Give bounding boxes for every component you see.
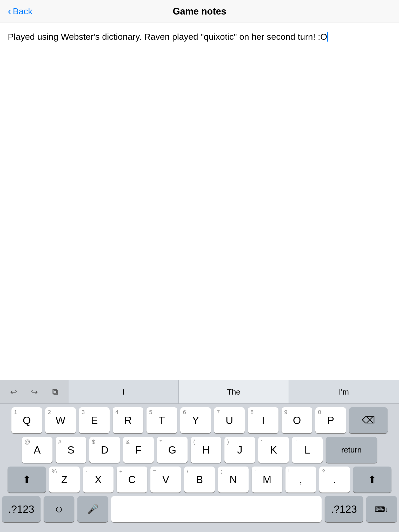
key-f-letter: F (135, 444, 142, 456)
num123-right-label: .?123 (331, 503, 357, 515)
undo-icon: ↩ (10, 387, 17, 397)
key-u-letter: U (226, 415, 233, 426)
key-b-letter: B (196, 474, 203, 486)
key-m-symbol: : (254, 469, 256, 474)
key-u[interactable]: 7 U (214, 407, 245, 433)
key-a-letter: A (34, 444, 41, 456)
shift-left-key[interactable]: ⬆ (8, 467, 46, 493)
key-n-symbol: ; (221, 469, 222, 474)
clipboard-button[interactable]: ⧉ (47, 385, 63, 399)
key-h-letter: H (202, 444, 210, 456)
key-k-letter: K (270, 444, 277, 456)
space-key[interactable] (111, 496, 322, 522)
shift-right-key[interactable]: ⬆ (353, 467, 391, 493)
mic-key[interactable]: 🎤 (77, 496, 108, 522)
keyboard-hide-key[interactable]: ⌨︎↓ (366, 496, 397, 522)
key-period-letter: . (333, 474, 336, 486)
text-cursor (327, 32, 328, 42)
key-j-symbol: ) (227, 439, 229, 445)
note-content-area[interactable]: Played using Webster's dictionary. Raven… (0, 23, 399, 380)
key-q-number: 1 (14, 409, 17, 415)
key-comma-letter: , (299, 474, 302, 486)
key-i[interactable]: 8 I (248, 407, 278, 433)
key-c[interactable]: + C (117, 467, 147, 493)
key-p-number: 0 (318, 409, 321, 415)
key-comma-symbol: ! (288, 469, 290, 474)
delete-icon: ⌫ (362, 415, 375, 426)
redo-icon: ↪ (31, 387, 38, 397)
key-i-number: 8 (250, 409, 254, 415)
suggestion-im[interactable]: I'm (289, 380, 399, 403)
key-s-symbol: # (58, 439, 61, 445)
note-text-content: Played using Webster's dictionary. Raven… (8, 32, 327, 42)
key-s[interactable]: # S (56, 437, 86, 463)
undo-button[interactable]: ↩ (5, 385, 22, 399)
suggestion-the-text: The (227, 388, 241, 396)
shift-right-icon: ⬆ (368, 474, 376, 485)
key-g[interactable]: * G (157, 437, 188, 463)
key-m[interactable]: : M (252, 467, 282, 493)
key-x-letter: X (95, 474, 102, 486)
key-o-number: 9 (284, 409, 287, 415)
key-v-letter: V (162, 474, 169, 486)
key-t-letter: T (159, 415, 165, 426)
delete-key[interactable]: ⌫ (349, 407, 388, 433)
key-y[interactable]: 6 Y (180, 407, 211, 433)
back-button[interactable]: ‹ Back (8, 5, 32, 17)
key-g-symbol: * (159, 439, 162, 445)
back-label: Back (13, 6, 32, 16)
key-j[interactable]: ) J (224, 437, 255, 463)
key-h[interactable]: ( H (191, 437, 221, 463)
key-c-symbol: + (119, 469, 123, 474)
key-w-number: 2 (48, 409, 51, 415)
key-w[interactable]: 2 W (45, 407, 76, 433)
mic-icon: 🎤 (87, 504, 99, 515)
redo-button[interactable]: ↪ (26, 385, 43, 399)
suggestion-the[interactable]: The (178, 380, 289, 403)
key-c-letter: C (128, 474, 136, 486)
note-text[interactable]: Played using Webster's dictionary. Raven… (8, 31, 391, 43)
key-v-symbol: = (153, 469, 156, 474)
key-r-letter: R (124, 415, 132, 426)
key-comma[interactable]: ! , (285, 467, 316, 493)
key-b[interactable]: / B (184, 467, 215, 493)
key-q[interactable]: 1 Q (11, 407, 42, 433)
num123-left-key[interactable]: .?123 (2, 496, 41, 522)
num123-right-key[interactable]: .?123 (325, 496, 363, 522)
return-key[interactable]: return (326, 437, 377, 463)
key-d-letter: D (101, 444, 109, 456)
key-y-letter: Y (192, 415, 199, 426)
keyboard-container: ↩ ↪ ⧉ I The I'm 1 Q (0, 380, 399, 532)
key-k[interactable]: ' K (258, 437, 289, 463)
key-h-symbol: ( (193, 439, 195, 445)
key-n[interactable]: ; N (218, 467, 249, 493)
key-t[interactable]: 5 T (147, 407, 177, 433)
key-u-number: 7 (217, 409, 220, 415)
key-p[interactable]: 0 P (315, 407, 346, 433)
keyboard-hide-icon: ⌨︎↓ (375, 505, 389, 514)
key-period[interactable]: ? . (319, 467, 350, 493)
key-l-letter: L (304, 444, 310, 456)
key-l[interactable]: " L (292, 437, 323, 463)
key-a[interactable]: @ A (22, 437, 52, 463)
key-z[interactable]: % Z (49, 467, 80, 493)
key-a-symbol: @ (24, 439, 30, 445)
emoji-key[interactable]: ☺ (44, 496, 74, 522)
suggestion-i[interactable]: I (69, 380, 178, 403)
key-e[interactable]: 3 E (79, 407, 110, 433)
key-o[interactable]: 9 O (282, 407, 312, 433)
key-g-letter: G (168, 444, 176, 456)
key-f[interactable]: & F (123, 437, 154, 463)
keyboard-rows: 1 Q 2 W 3 E 4 R 5 T 6 Y (0, 404, 399, 532)
key-row-2: @ A # S $ D & F * G ( H (2, 437, 397, 463)
key-d[interactable]: $ D (89, 437, 120, 463)
key-l-symbol: " (295, 439, 297, 445)
key-z-symbol: % (52, 469, 57, 474)
clipboard-icon: ⧉ (52, 387, 58, 397)
key-r[interactable]: 4 R (113, 407, 143, 433)
key-t-number: 5 (149, 409, 152, 415)
key-e-number: 3 (82, 409, 85, 415)
key-v[interactable]: = V (150, 467, 181, 493)
key-x-symbol: - (85, 469, 87, 474)
key-x[interactable]: - X (83, 467, 114, 493)
